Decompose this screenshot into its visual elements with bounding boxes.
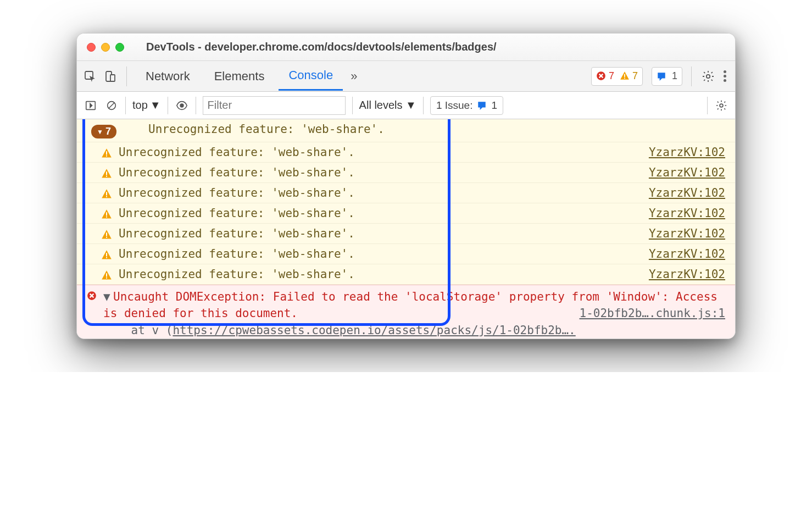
svg-rect-16: [106, 196, 107, 197]
warning-source-link[interactable]: YzarzKV:102: [643, 207, 725, 220]
warning-row[interactable]: Unrecognized feature: 'web-share'.YzarzK…: [77, 264, 735, 285]
svg-point-6: [707, 74, 710, 77]
more-options-icon[interactable]: [720, 68, 730, 84]
svg-rect-19: [106, 232, 107, 236]
log-levels-selector[interactable]: All levels ▼: [359, 99, 416, 112]
divider: [126, 66, 127, 86]
minimize-window-button[interactable]: [101, 43, 110, 52]
warning-source-link[interactable]: YzarzKV:102: [643, 166, 725, 179]
more-tabs-icon[interactable]: »: [347, 69, 360, 84]
context-selector[interactable]: top ▼: [132, 99, 161, 112]
warning-text: Unrecognized feature: 'web-share'.: [115, 268, 643, 281]
console-toolbar: top ▼ All levels ▼ 1 Issue: 1: [77, 92, 735, 119]
error-icon: [87, 291, 97, 301]
device-toolbar-icon[interactable]: [102, 69, 118, 84]
warning-icon: [101, 209, 112, 220]
warning-icon: [101, 168, 112, 179]
svg-point-9: [180, 103, 183, 107]
svg-rect-4: [624, 74, 625, 77]
issues-count-button[interactable]: 1: [652, 67, 682, 86]
warning-text: Unrecognized feature: 'web-share'.: [115, 146, 643, 159]
chevron-down-icon: ▼: [405, 99, 416, 111]
warning-icon: [101, 270, 112, 281]
svg-rect-2: [110, 75, 115, 81]
svg-rect-15: [106, 192, 107, 195]
svg-rect-18: [106, 217, 107, 218]
issue-icon: [657, 71, 666, 81]
warning-source-link[interactable]: YzarzKV:102: [643, 186, 725, 199]
tab-network[interactable]: Network: [136, 63, 200, 90]
warning-icon: [101, 229, 112, 240]
stack-trace-line: at v (https://cpwebassets.codepen.io/ass…: [103, 324, 576, 337]
warning-text: Unrecognized feature: 'web-share'.: [115, 207, 643, 220]
error-icon: [596, 71, 606, 81]
filter-input[interactable]: [203, 96, 346, 115]
devtools-tabbar: Network Elements Console » 7 7 1: [77, 61, 735, 92]
warning-text: Unrecognized feature: 'web-share'.: [115, 227, 643, 240]
warning-row[interactable]: Unrecognized feature: 'web-share'.YzarzK…: [77, 244, 735, 264]
divider: [168, 97, 168, 114]
divider: [691, 66, 692, 86]
warning-group-row[interactable]: ▼ 7 Unrecognized feature: 'web-share'.: [77, 119, 735, 142]
svg-rect-22: [106, 257, 107, 258]
divider: [196, 97, 196, 114]
divider: [423, 97, 424, 114]
svg-rect-12: [106, 156, 107, 157]
error-row[interactable]: ▼Uncaught DOMException: Failed to read t…: [77, 285, 735, 339]
warning-source-link[interactable]: YzarzKV:102: [643, 247, 725, 260]
divider: [125, 97, 126, 114]
toggle-sidebar-icon[interactable]: [84, 98, 98, 113]
window-titlebar: DevTools - developer.chrome.com/docs/dev…: [77, 34, 735, 61]
warning-icon: [101, 189, 112, 199]
warning-icon: [101, 250, 112, 260]
svg-rect-11: [106, 151, 107, 154]
svg-rect-24: [106, 278, 107, 279]
tab-elements[interactable]: Elements: [204, 63, 275, 90]
inspect-element-icon[interactable]: [82, 69, 98, 84]
warning-icon: [101, 148, 112, 159]
clear-console-icon[interactable]: [104, 98, 119, 113]
issues-button[interactable]: 1 Issue: 1: [430, 96, 503, 115]
warning-text: Unrecognized feature: 'web-share'.: [115, 186, 643, 199]
svg-rect-20: [106, 237, 107, 238]
error-source-link[interactable]: 1-02bfb2b….chunk.js:1: [574, 305, 725, 322]
tab-console[interactable]: Console: [279, 62, 343, 91]
console-settings-icon[interactable]: [714, 98, 728, 113]
warning-text: Unrecognized feature: 'web-share'.: [115, 166, 643, 179]
warning-row[interactable]: Unrecognized feature: 'web-share'.YzarzK…: [77, 224, 735, 244]
error-count: 7: [596, 70, 614, 82]
live-expression-icon[interactable]: [175, 98, 189, 113]
traffic-lights: [87, 43, 124, 52]
error-message: ▼Uncaught DOMException: Failed to read t…: [100, 289, 725, 339]
message-counts[interactable]: 7 7: [591, 67, 643, 86]
warning-row[interactable]: Unrecognized feature: 'web-share'.YzarzK…: [77, 142, 735, 163]
group-expand-pill[interactable]: ▼ 7: [91, 125, 116, 138]
settings-icon[interactable]: [700, 69, 716, 84]
divider: [707, 97, 708, 114]
triangle-down-icon: ▼: [97, 128, 103, 136]
svg-point-10: [720, 104, 723, 107]
stack-trace-link[interactable]: https://cpwebassets.codepen.io/assets/pa…: [173, 324, 575, 337]
maximize-window-button[interactable]: [115, 43, 124, 52]
svg-rect-13: [106, 171, 107, 175]
warning-source-link[interactable]: YzarzKV:102: [643, 227, 725, 240]
chevron-down-icon: ▼: [150, 99, 161, 112]
warning-row[interactable]: Unrecognized feature: 'web-share'.YzarzK…: [77, 203, 735, 224]
warning-count: 7: [620, 70, 638, 82]
divider: [352, 97, 353, 114]
console-log-area: ▼ 7 Unrecognized feature: 'web-share'. U…: [77, 119, 735, 339]
warning-source-link[interactable]: YzarzKV:102: [643, 146, 725, 159]
triangle-down-icon[interactable]: ▼: [103, 289, 113, 305]
svg-rect-14: [106, 176, 107, 177]
group-summary-text: Unrecognized feature: 'web-share'.: [145, 123, 725, 136]
issue-icon: [477, 101, 487, 110]
devtools-window: DevTools - developer.chrome.com/docs/dev…: [76, 33, 736, 339]
close-window-button[interactable]: [87, 43, 96, 52]
svg-rect-21: [106, 253, 107, 256]
svg-rect-5: [624, 77, 625, 79]
warning-row[interactable]: Unrecognized feature: 'web-share'.YzarzK…: [77, 183, 735, 203]
warning-text: Unrecognized feature: 'web-share'.: [115, 247, 643, 260]
window-title: DevTools - developer.chrome.com/docs/dev…: [146, 41, 497, 53]
warning-source-link[interactable]: YzarzKV:102: [643, 268, 725, 281]
warning-row[interactable]: Unrecognized feature: 'web-share'.YzarzK…: [77, 163, 735, 183]
